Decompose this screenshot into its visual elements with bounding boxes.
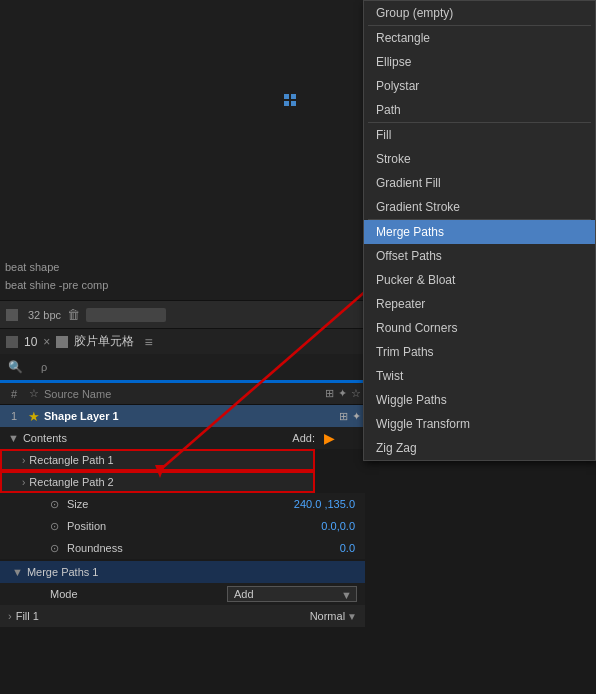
menu-item-offset-paths[interactable]: Offset Paths	[364, 244, 595, 268]
context-menu: Group (empty) Rectangle Ellipse Polystar…	[363, 0, 596, 461]
svg-rect-3	[291, 101, 296, 106]
col-icon3: ☆	[351, 387, 361, 400]
layer-star-icon[interactable]: ★	[28, 409, 40, 424]
comp-row: 10 × 胶片单元格 ≡	[0, 328, 365, 354]
comp-number: 10	[24, 335, 37, 349]
comp-x: ×	[43, 335, 50, 349]
menu-item-gradient-stroke[interactable]: Gradient Stroke	[364, 195, 595, 219]
fill-dropdown-arrow[interactable]: ▼	[347, 611, 357, 622]
merge-paths-1-label: Merge Paths 1	[27, 566, 99, 578]
mode-label: Mode	[50, 588, 78, 600]
menu-item-zig-zag[interactable]: Zig Zag	[364, 436, 595, 460]
col-hash: #	[4, 388, 24, 400]
merge-paths-1-row[interactable]: ▼ Merge Paths 1	[0, 561, 365, 583]
contents-row: ▼ Contents Add: ▶	[0, 427, 365, 449]
color-swatch	[6, 309, 18, 321]
merge-chevron[interactable]: ▼	[12, 566, 23, 578]
search-tilde: ρ	[41, 361, 47, 373]
roundness-label: Roundness	[59, 542, 123, 554]
bpc-label: 32 bpc	[28, 309, 61, 321]
position-row: ⊙ Position 0.0,0.0	[0, 515, 365, 537]
comp-icon	[56, 336, 68, 348]
fill-normal-area: Normal ▼	[310, 610, 357, 622]
toolbar-row: 32 bpc 🗑	[0, 300, 365, 328]
menu-item-trim-paths[interactable]: Trim Paths	[364, 340, 595, 364]
menu-item-pucker-bloat[interactable]: Pucker & Bloat	[364, 268, 595, 292]
menu-item-path[interactable]: Path	[364, 98, 595, 122]
rect-path-1-label: Rectangle Path 1	[29, 454, 113, 466]
fill-chevron[interactable]: ›	[8, 610, 12, 622]
rect-path-2-row[interactable]: › Rectangle Path 2	[0, 471, 315, 493]
layer-icons: ⊞ ✦	[339, 410, 361, 423]
comp-name: 胶片单元格	[74, 333, 134, 350]
menu-item-merge-paths[interactable]: Merge Paths	[364, 220, 595, 244]
search-row: 🔍 ρ	[0, 354, 365, 380]
search-icon: 🔍	[8, 360, 23, 374]
menu-item-rectangle[interactable]: Rectangle	[364, 26, 595, 50]
trash-icon[interactable]: 🗑	[67, 307, 80, 322]
fill-1-label: Fill 1	[16, 610, 39, 622]
column-headers: # ☆ Source Name ⊞ ✦ ☆	[0, 383, 365, 405]
beat-shape-label: beat shape	[5, 258, 108, 276]
add-label: Add:	[292, 432, 315, 444]
layer-number: 1	[4, 410, 24, 422]
menu-item-twist[interactable]: Twist	[364, 364, 595, 388]
position-icon: ⊙	[0, 520, 59, 533]
size-icon: ⊙	[0, 498, 59, 511]
beat-labels: beat shape beat shine -pre comp	[5, 258, 108, 294]
progress-bar	[86, 308, 166, 322]
roundness-row: ⊙ Roundness 0.0	[0, 537, 365, 559]
menu-item-repeater[interactable]: Repeater	[364, 292, 595, 316]
layer-icon2[interactable]: ✦	[352, 410, 361, 423]
col-icon2: ✦	[338, 387, 347, 400]
layer-icon1[interactable]: ⊞	[339, 410, 348, 423]
panel-icon	[280, 90, 300, 114]
comp-color-square	[6, 336, 18, 348]
menu-item-gradient-fill[interactable]: Gradient Fill	[364, 171, 595, 195]
col-star: ☆	[26, 387, 42, 400]
rect1-chevron[interactable]: ›	[22, 455, 25, 466]
menu-item-group-empty[interactable]: Group (empty)	[364, 1, 595, 25]
mode-dropdown[interactable]: Add ▼	[227, 586, 357, 602]
col-icon1: ⊞	[325, 387, 334, 400]
roundness-icon: ⊙	[0, 542, 59, 555]
col-icons-right: ⊞ ✦ ☆	[325, 387, 361, 400]
rect-path-1-row[interactable]: › Rectangle Path 1	[0, 449, 315, 471]
mode-dropdown-arrow: ▼	[341, 589, 352, 601]
menu-item-wiggle-paths[interactable]: Wiggle Paths	[364, 388, 595, 412]
svg-rect-2	[284, 101, 289, 106]
svg-rect-0	[284, 94, 289, 99]
comp-menu-icon[interactable]: ≡	[144, 334, 152, 350]
menu-item-wiggle-transform[interactable]: Wiggle Transform	[364, 412, 595, 436]
fill-1-row[interactable]: › Fill 1 Normal ▼	[0, 605, 365, 627]
mode-row: Mode Add ▼	[0, 583, 365, 605]
contents-chevron[interactable]: ▼	[8, 432, 19, 444]
col-source-name: Source Name	[44, 388, 365, 400]
beat-shine-label: beat shine -pre comp	[5, 276, 108, 294]
rect-path-2-label: Rectangle Path 2	[29, 476, 113, 488]
mode-value: Add	[234, 588, 254, 600]
menu-item-round-corners[interactable]: Round Corners	[364, 316, 595, 340]
menu-item-stroke[interactable]: Stroke	[364, 147, 595, 171]
size-row: ⊙ Size 240.0 ,135.0	[0, 493, 365, 515]
menu-item-fill[interactable]: Fill	[364, 123, 595, 147]
layer-row[interactable]: 1 ★ Shape Layer 1 ⊞ ✦	[0, 405, 365, 427]
mode-dropdown-area[interactable]: Add ▼	[227, 586, 357, 602]
svg-rect-1	[291, 94, 296, 99]
menu-item-ellipse[interactable]: Ellipse	[364, 50, 595, 74]
menu-item-polystar[interactable]: Polystar	[364, 74, 595, 98]
rect2-chevron[interactable]: ›	[22, 477, 25, 488]
roundness-value: 0.0	[340, 542, 355, 554]
layer-name: Shape Layer 1	[44, 410, 365, 422]
size-value: 240.0 ,135.0	[294, 498, 355, 510]
position-value: 0.0,0.0	[321, 520, 355, 532]
size-label: Size	[59, 498, 88, 510]
position-label: Position	[59, 520, 106, 532]
fill-normal-label: Normal	[310, 610, 345, 622]
add-button[interactable]: ▶	[324, 430, 335, 446]
